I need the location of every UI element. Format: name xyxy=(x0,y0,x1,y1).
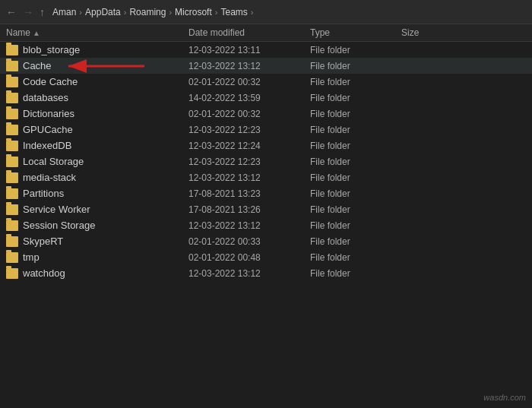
table-row[interactable]: watchdog 12-03-2022 13:12 File folder xyxy=(0,265,532,281)
folder-icon xyxy=(6,157,18,167)
file-type: File folder xyxy=(310,157,401,167)
breadcrumb-sep-4: › xyxy=(251,8,254,17)
folder-icon xyxy=(6,204,18,215)
table-row[interactable]: GPUCache 12-03-2022 12:23 File folder xyxy=(0,122,532,138)
table-row[interactable]: Cache 12-03-2022 13:12 File folder xyxy=(0,58,532,74)
table-row[interactable]: Local Storage 12-03-2022 12:23 File fold… xyxy=(0,153,532,169)
breadcrumb-sep-2: › xyxy=(169,8,172,17)
folder-icon xyxy=(6,77,18,87)
nav-back-icon[interactable]: ← xyxy=(6,6,17,18)
file-type: File folder xyxy=(310,252,401,263)
breadcrumb-sep-0: › xyxy=(79,8,82,17)
col-name-header[interactable]: Name ▲ xyxy=(6,27,188,38)
col-date-header[interactable]: Date modified xyxy=(188,27,310,38)
table-row[interactable]: Code Cache 02-01-2022 00:32 File folder xyxy=(0,74,532,90)
file-name-cell: databases xyxy=(6,92,188,103)
file-name: Dictionaries xyxy=(23,108,74,119)
file-name: watchdog xyxy=(23,267,65,279)
file-name: Cache xyxy=(23,60,52,71)
file-type: File folder xyxy=(310,61,401,71)
breadcrumb-item-2[interactable]: Roaming xyxy=(129,7,166,17)
file-name-cell: Dictionaries xyxy=(6,108,188,119)
file-name: Code Cache xyxy=(23,76,78,87)
file-name: SkypeRT xyxy=(23,236,63,247)
file-name-cell: GPUCache xyxy=(6,124,188,135)
file-date: 02-01-2022 00:32 xyxy=(188,109,310,119)
file-name-cell: Session Storage xyxy=(6,220,188,231)
file-list: blob_storage 12-03-2022 13:11 File folde… xyxy=(0,42,532,408)
table-row[interactable]: blob_storage 12-03-2022 13:11 File folde… xyxy=(0,42,532,58)
table-row[interactable]: SkypeRT 02-01-2022 00:33 File folder xyxy=(0,233,532,249)
breadcrumb-item-4[interactable]: Teams xyxy=(220,7,247,17)
file-name-cell: Service Worker xyxy=(6,204,188,215)
table-row[interactable]: Service Worker 17-08-2021 13:26 File fol… xyxy=(0,201,532,217)
file-name-cell: media-stack xyxy=(6,172,188,183)
table-row[interactable]: Session Storage 12-03-2022 13:12 File fo… xyxy=(0,217,532,233)
file-type: File folder xyxy=(310,77,401,87)
file-name-cell: watchdog xyxy=(6,267,188,279)
file-type: File folder xyxy=(310,220,401,231)
watermark: wasdn.com xyxy=(483,393,526,402)
file-date: 12-03-2022 12:24 xyxy=(188,141,310,151)
file-date: 14-02-2022 13:59 xyxy=(188,93,310,103)
breadcrumb-item-1[interactable]: AppData xyxy=(85,7,121,17)
file-name: Local Storage xyxy=(23,156,84,167)
file-date: 02-01-2022 00:33 xyxy=(188,236,310,247)
file-type: File folder xyxy=(310,141,401,151)
folder-icon xyxy=(6,125,18,135)
folder-icon xyxy=(6,172,18,183)
file-type: File folder xyxy=(310,188,401,199)
table-row[interactable]: databases 14-02-2022 13:59 File folder xyxy=(0,90,532,106)
file-type: File folder xyxy=(310,93,401,103)
file-date: 17-08-2021 13:26 xyxy=(188,204,310,215)
explorer-container: Name ▲ Date modified Type Size blob_stor… xyxy=(0,24,532,408)
file-date: 02-01-2022 00:32 xyxy=(188,77,310,87)
file-date: 12-03-2022 12:23 xyxy=(188,125,310,135)
table-row[interactable]: media-stack 12-03-2022 13:12 File folder xyxy=(0,169,532,185)
file-name: databases xyxy=(23,92,68,103)
file-name: blob_storage xyxy=(23,44,80,55)
file-type: File folder xyxy=(310,268,401,279)
file-name: tmp xyxy=(23,251,40,263)
file-name-cell: IndexedDB xyxy=(6,140,188,151)
file-date: 12-03-2022 12:23 xyxy=(188,157,310,167)
file-name-cell: tmp xyxy=(6,251,188,263)
folder-icon xyxy=(6,268,18,279)
file-name-cell: Local Storage xyxy=(6,156,188,167)
file-name: Session Storage xyxy=(23,220,95,231)
table-row[interactable]: IndexedDB 12-03-2022 12:24 File folder xyxy=(0,138,532,153)
file-type: File folder xyxy=(310,172,401,183)
file-name: media-stack xyxy=(23,172,76,183)
folder-icon xyxy=(6,236,18,247)
breadcrumb-item-3[interactable]: Microsoft xyxy=(175,7,212,17)
file-date: 12-03-2022 13:12 xyxy=(188,61,310,71)
file-date: 12-03-2022 13:12 xyxy=(188,268,310,279)
folder-icon xyxy=(6,220,18,231)
folder-icon xyxy=(6,61,18,71)
file-name-cell: SkypeRT xyxy=(6,236,188,247)
file-name-cell: Code Cache xyxy=(6,76,188,87)
file-date: 12-03-2022 13:12 xyxy=(188,172,310,183)
folder-icon xyxy=(6,93,18,103)
nav-up-icon[interactable]: ↑ xyxy=(40,6,45,18)
file-name: Partitions xyxy=(23,188,64,199)
table-row[interactable]: tmp 02-01-2022 00:48 File folder xyxy=(0,249,532,265)
breadcrumb-item-0[interactable]: Aman xyxy=(52,7,76,17)
table-row[interactable]: Dictionaries 02-01-2022 00:32 File folde… xyxy=(0,106,532,122)
col-type-header[interactable]: Type xyxy=(310,27,401,38)
column-header: Name ▲ Date modified Type Size xyxy=(0,24,532,42)
file-date: 12-03-2022 13:11 xyxy=(188,45,310,55)
col-size-header[interactable]: Size xyxy=(401,27,462,38)
sort-arrow-icon: ▲ xyxy=(33,29,40,37)
folder-icon xyxy=(6,141,18,151)
folder-icon xyxy=(6,252,18,263)
table-row[interactable]: Partitions 17-08-2021 13:23 File folder xyxy=(0,185,532,201)
file-name-cell: Cache xyxy=(6,60,188,71)
file-date: 12-03-2022 13:12 xyxy=(188,220,310,231)
folder-icon xyxy=(6,45,18,55)
file-type: File folder xyxy=(310,204,401,215)
file-type: File folder xyxy=(310,109,401,119)
breadcrumb-sep-3: › xyxy=(215,8,218,17)
file-date: 17-08-2021 13:23 xyxy=(188,188,310,199)
nav-forward-icon[interactable]: → xyxy=(23,6,33,18)
